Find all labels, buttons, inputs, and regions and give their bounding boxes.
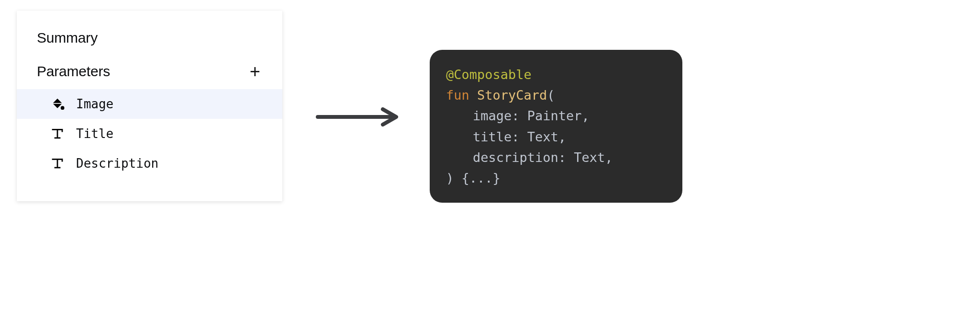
text-icon bbox=[50, 126, 65, 141]
code-param-type: Painter bbox=[527, 108, 582, 123]
code-annotation: @Composable bbox=[446, 67, 532, 82]
text-icon bbox=[50, 156, 65, 171]
arrow-right-icon bbox=[316, 107, 402, 126]
code-line: fun StoryCard( bbox=[446, 85, 666, 105]
panel-heading-summary: Summary bbox=[17, 11, 282, 57]
parameters-section-header: Parameters + bbox=[17, 57, 282, 89]
parameter-row-title[interactable]: Title bbox=[17, 119, 282, 149]
svg-point-0 bbox=[61, 106, 64, 109]
code-param-type: Text bbox=[527, 129, 558, 144]
add-parameter-button[interactable]: + bbox=[248, 62, 262, 80]
code-fn-name: StoryCard bbox=[477, 88, 547, 103]
code-param-name: title bbox=[473, 129, 512, 144]
parameter-label: Image bbox=[76, 97, 113, 111]
parameter-row-image[interactable]: Image bbox=[17, 89, 282, 119]
code-line: description: Text, bbox=[446, 147, 666, 168]
code-line: @Composable bbox=[446, 64, 666, 85]
fill-icon bbox=[50, 97, 65, 111]
code-param-type: Text bbox=[574, 150, 605, 165]
code-preview: @Composable fun StoryCard( image: Painte… bbox=[430, 50, 682, 203]
code-param-name: image bbox=[473, 108, 512, 123]
properties-panel: Summary Parameters + Image Title bbox=[17, 11, 282, 201]
parameter-label: Description bbox=[76, 156, 158, 171]
parameters-section-title: Parameters bbox=[37, 63, 110, 80]
parameter-label: Title bbox=[76, 126, 113, 141]
code-body: {...} bbox=[462, 171, 501, 185]
code-param-name: description bbox=[473, 150, 558, 165]
code-line: ) {...} bbox=[446, 168, 666, 188]
code-line: image: Painter, bbox=[446, 105, 666, 126]
code-line: title: Text, bbox=[446, 126, 666, 147]
parameter-row-description[interactable]: Description bbox=[17, 149, 282, 178]
code-keyword-fun: fun bbox=[446, 88, 469, 103]
